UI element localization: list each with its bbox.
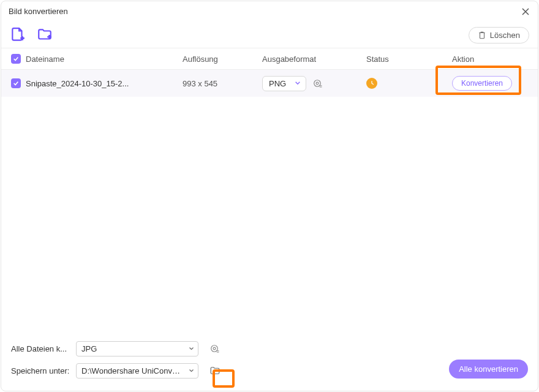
svg-point-3	[213, 347, 216, 350]
save-path-select[interactable]: D:\Wondershare UniConverter 16\I	[76, 363, 198, 379]
add-file-icon[interactable]	[10, 27, 26, 43]
chevron-down-icon	[189, 344, 194, 353]
svg-point-2	[211, 345, 218, 352]
save-path-value: D:\Wondershare UniConverter 16\I	[81, 366, 198, 375]
all-files-format-select[interactable]: JPG	[76, 341, 198, 356]
table-row: Snipaste_2024-10-30_15-2... 993 x 545 PN…	[1, 70, 538, 97]
delete-label: Löschen	[490, 31, 520, 40]
delete-button[interactable]: Löschen	[469, 27, 529, 43]
select-all-checkbox[interactable]	[11, 54, 21, 64]
col-status: Status	[366, 55, 446, 64]
format-select[interactable]: PNG	[262, 76, 306, 91]
svg-point-1	[316, 82, 318, 85]
all-files-settings-icon[interactable]	[208, 342, 221, 355]
convert-image-window: Bild konvertieren Löschen	[1, 1, 538, 391]
col-output-format: Ausgabeformat	[262, 55, 366, 64]
save-under-label: Speichern unter:	[11, 366, 72, 375]
convert-all-button[interactable]: Alle konvertieren	[449, 360, 528, 379]
browse-folder-icon[interactable]	[208, 364, 222, 377]
col-action: Aktion	[446, 55, 528, 64]
all-files-label: Alle Dateien k...	[11, 344, 72, 353]
format-settings-icon[interactable]	[311, 77, 323, 89]
convert-button[interactable]: Konvertieren	[452, 76, 512, 91]
toolbar: Löschen	[1, 22, 538, 48]
row-filename: Snipaste_2024-10-30_15-2...	[26, 79, 129, 88]
row-checkbox[interactable]	[11, 78, 21, 88]
status-pending-icon	[366, 78, 377, 89]
trash-icon	[478, 31, 486, 39]
table-header: Dateiname Auflösung Ausgabeformat Status…	[1, 48, 538, 70]
col-filename: Dateiname	[26, 55, 64, 64]
col-resolution: Auflösung	[183, 55, 262, 64]
chevron-down-icon	[295, 79, 301, 88]
add-folder-icon[interactable]	[37, 27, 53, 43]
titlebar: Bild konvertieren	[1, 1, 538, 22]
all-files-format-value: JPG	[81, 344, 97, 353]
window-title: Bild konvertieren	[9, 7, 521, 16]
format-value: PNG	[269, 79, 286, 88]
chevron-down-icon	[189, 366, 194, 375]
row-resolution: 993 x 545	[183, 79, 262, 88]
close-icon[interactable]	[521, 7, 530, 17]
svg-point-0	[314, 80, 321, 87]
